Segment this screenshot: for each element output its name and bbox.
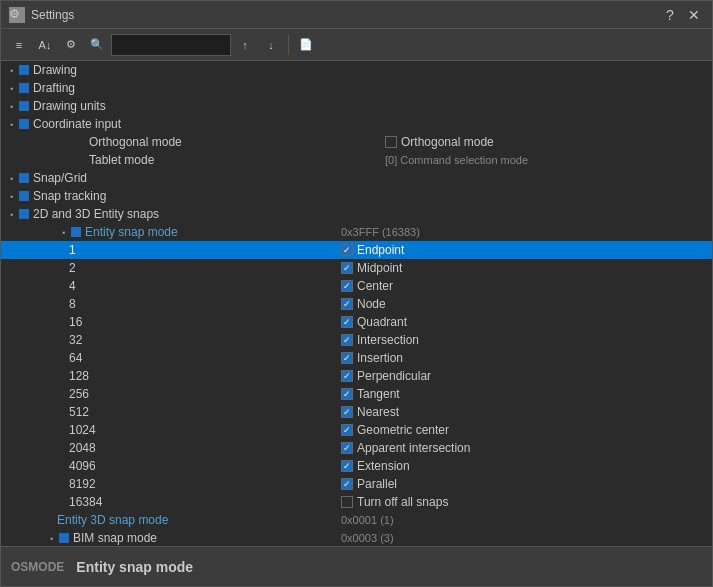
snap-checkbox-2[interactable]: ✓ [341, 280, 353, 292]
settings-panel[interactable]: ▪ Drawing ▪ Drafting ▪ Drawing units ▪ C… [1, 61, 712, 546]
drawing-units-label: Drawing units [33, 99, 712, 113]
entity-snap-mode-label: Entity snap mode [85, 225, 178, 239]
snap-checkbox-row-3: ✓Node [341, 297, 386, 311]
snap-checkbox-14[interactable] [341, 496, 353, 508]
snap-checkbox-label-13: Parallel [357, 477, 397, 491]
coord-input-section[interactable]: ▪ Coordinate input [1, 115, 712, 133]
snap-checkbox-row-5: ✓Intersection [341, 333, 419, 347]
snap-checkbox-col-2: ✓Center [341, 279, 712, 293]
snap-item-value-2: 4 [69, 279, 341, 293]
snap-checkbox-row-10: ✓Geometric center [341, 423, 449, 437]
orthogonal-mode-label: Orthogonal mode [89, 135, 385, 149]
snap-checkbox-label-6: Insertion [357, 351, 403, 365]
snap-item-value-0: 1 [69, 243, 341, 257]
entity-3d-snap-value-col: 0x0001 (1) [341, 514, 712, 526]
orthogonal-checkbox-row: Orthogonal mode [385, 135, 494, 149]
snap-checkbox-9[interactable]: ✓ [341, 406, 353, 418]
snap-item-row-3[interactable]: 8✓Node [1, 295, 712, 313]
snap-checkbox-0[interactable]: ✓ [341, 244, 353, 256]
orthogonal-checkbox[interactable] [385, 136, 397, 148]
snap-tracking-section[interactable]: ▪ Snap tracking [1, 187, 712, 205]
snap-item-row-5[interactable]: 32✓Intersection [1, 331, 712, 349]
snap-item-row-7[interactable]: 128✓Perpendicular [1, 367, 712, 385]
toolbar-btn-settings[interactable]: ⚙ [59, 33, 83, 57]
snap-checkbox-col-4: ✓Quadrant [341, 315, 712, 329]
snap-checkbox-11[interactable]: ✓ [341, 442, 353, 454]
snap-item-value-4: 16 [69, 315, 341, 329]
tablet-mode-label: Tablet mode [89, 153, 385, 167]
title-bar: ⚙ Settings ? ✕ [1, 1, 712, 29]
snap-item-row-4[interactable]: 16✓Quadrant [1, 313, 712, 331]
toolbar-btn-down[interactable]: ↓ [259, 33, 283, 57]
snap-checkbox-13[interactable]: ✓ [341, 478, 353, 490]
snap-item-row-1[interactable]: 2✓Midpoint [1, 259, 712, 277]
toolbar-btn-search[interactable]: 🔍 [85, 33, 109, 57]
snap-checkbox-col-5: ✓Intersection [341, 333, 712, 347]
expand-icon-bim: ▪ [45, 531, 59, 545]
snap-checkbox-col-6: ✓Insertion [341, 351, 712, 365]
snap-tracking-label: Snap tracking [33, 189, 712, 203]
orthogonal-mode-value: Orthogonal mode [401, 135, 494, 149]
toolbar-btn-sort[interactable]: A↓ [33, 33, 57, 57]
snap-checkbox-col-1: ✓Midpoint [341, 261, 712, 275]
snap-checkbox-label-3: Node [357, 297, 386, 311]
snap-grid-section[interactable]: ▪ Snap/Grid [1, 169, 712, 187]
expand-icon: ▪ [5, 63, 19, 77]
snap-checkbox-col-12: ✓Extension [341, 459, 712, 473]
snap-checkbox-label-12: Extension [357, 459, 410, 473]
snap-checkbox-col-0: ✓Endpoint [341, 243, 712, 257]
snap-item-row-11[interactable]: 2048✓Apparent intersection [1, 439, 712, 457]
bim-snap-label: BIM snap mode [73, 531, 341, 545]
snap-checkbox-1[interactable]: ✓ [341, 262, 353, 274]
snap-checkbox-label-1: Midpoint [357, 261, 402, 275]
drawing-units-section[interactable]: ▪ Drawing units [1, 97, 712, 115]
window-icon: ⚙ [9, 7, 25, 23]
snap-checkbox-col-8: ✓Tangent [341, 387, 712, 401]
snap-checkbox-6[interactable]: ✓ [341, 352, 353, 364]
snap-item-value-11: 2048 [69, 441, 341, 455]
snap-items-container: 1✓Endpoint2✓Midpoint4✓Center8✓Node16✓Qua… [1, 241, 712, 511]
toolbar-btn-up[interactable]: ↑ [233, 33, 257, 57]
snap-item-row-10[interactable]: 1024✓Geometric center [1, 421, 712, 439]
entity-snaps-section[interactable]: ▪ 2D and 3D Entity snaps [1, 205, 712, 223]
snap-checkbox-8[interactable]: ✓ [341, 388, 353, 400]
expand-icon-snap: ▪ [5, 171, 19, 185]
snap-checkbox-5[interactable]: ✓ [341, 334, 353, 346]
tablet-mode-value: [0] Command selection mode [385, 154, 528, 166]
entity-snaps-square [19, 209, 29, 219]
snap-checkbox-row-1: ✓Midpoint [341, 261, 402, 275]
snap-item-row-14[interactable]: 16384Turn off all snaps [1, 493, 712, 511]
tablet-mode-value-col: [0] Command selection mode [385, 154, 712, 166]
snap-checkbox-row-13: ✓Parallel [341, 477, 397, 491]
snap-item-value-3: 8 [69, 297, 341, 311]
drawing-section[interactable]: ▪ Drawing [1, 61, 712, 79]
toolbar-btn-list[interactable]: ≡ [7, 33, 31, 57]
entity-snap-mode-row: ▪ Entity snap mode 0x3FFF (16383) [1, 223, 712, 241]
drafting-square [19, 83, 29, 93]
snap-item-row-6[interactable]: 64✓Insertion [1, 349, 712, 367]
snap-checkbox-12[interactable]: ✓ [341, 460, 353, 472]
snap-item-row-0[interactable]: 1✓Endpoint [1, 241, 712, 259]
expand-icon-entity: ▪ [5, 207, 19, 221]
snap-item-row-9[interactable]: 512✓Nearest [1, 403, 712, 421]
main-content: ▪ Drawing ▪ Drafting ▪ Drawing units ▪ C… [1, 61, 712, 546]
drafting-section[interactable]: ▪ Drafting [1, 79, 712, 97]
snap-checkbox-3[interactable]: ✓ [341, 298, 353, 310]
search-input[interactable] [111, 34, 231, 56]
snap-item-row-13[interactable]: 8192✓Parallel [1, 475, 712, 493]
coord-input-label: Coordinate input [33, 117, 712, 131]
snap-checkbox-7[interactable]: ✓ [341, 370, 353, 382]
snap-item-row-8[interactable]: 256✓Tangent [1, 385, 712, 403]
snap-item-value-8: 256 [69, 387, 341, 401]
snap-item-row-2[interactable]: 4✓Center [1, 277, 712, 295]
toolbar-btn-export[interactable]: 📄 [294, 33, 318, 57]
snap-checkbox-col-11: ✓Apparent intersection [341, 441, 712, 455]
snap-checkbox-4[interactable]: ✓ [341, 316, 353, 328]
close-button[interactable]: ✕ [684, 5, 704, 25]
help-button[interactable]: ? [660, 5, 680, 25]
snap-checkbox-10[interactable]: ✓ [341, 424, 353, 436]
snap-item-value-14: 16384 [69, 495, 341, 509]
snap-checkbox-row-6: ✓Insertion [341, 351, 403, 365]
snap-item-row-12[interactable]: 4096✓Extension [1, 457, 712, 475]
tablet-mode-row: Tablet mode [0] Command selection mode [1, 151, 712, 169]
